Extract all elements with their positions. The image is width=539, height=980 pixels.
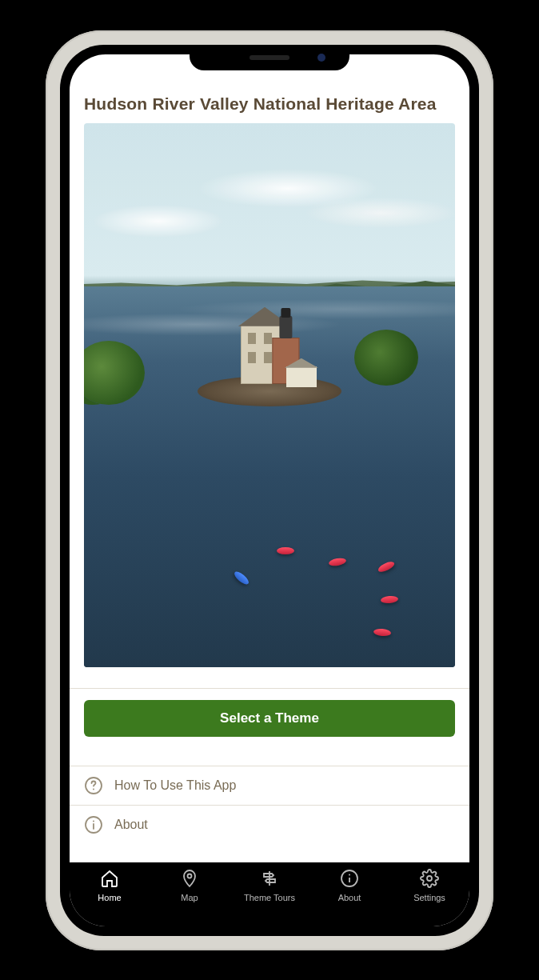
phone-notch xyxy=(190,45,349,70)
how-to-use-link[interactable]: How To Use This App xyxy=(84,766,455,805)
tab-home[interactable]: Home xyxy=(70,869,150,902)
svg-point-5 xyxy=(188,874,192,878)
link-label: About xyxy=(114,818,148,832)
phone-bezel: Hudson River Valley National Heritage Ar… xyxy=(60,45,479,936)
signpost-icon xyxy=(260,869,279,890)
svg-point-1 xyxy=(93,788,94,790)
tab-settings[interactable]: Settings xyxy=(389,869,469,902)
tab-about[interactable]: About xyxy=(309,869,389,902)
tab-label: Map xyxy=(181,893,198,902)
tab-bar: Home Map xyxy=(70,862,469,926)
about-link[interactable]: About xyxy=(84,806,455,844)
home-icon xyxy=(100,869,119,890)
main-content: Hudson River Valley National Heritage Ar… xyxy=(70,54,469,862)
app-screen: Hudson River Valley National Heritage Ar… xyxy=(70,54,469,926)
phone-frame: Hudson River Valley National Heritage Ar… xyxy=(46,30,493,950)
svg-point-4 xyxy=(93,820,94,822)
tab-label: Home xyxy=(98,893,121,902)
page-title: Hudson River Valley National Heritage Ar… xyxy=(84,94,455,114)
svg-point-9 xyxy=(349,874,350,875)
gear-icon xyxy=(420,869,439,890)
link-label: How To Use This App xyxy=(114,778,236,793)
tab-label: About xyxy=(338,893,361,902)
tab-map[interactable]: Map xyxy=(150,869,230,902)
svg-point-10 xyxy=(427,876,432,881)
info-circle-icon xyxy=(340,869,359,890)
tab-label: Theme Tours xyxy=(244,893,295,902)
map-pin-icon xyxy=(180,869,199,890)
tab-theme-tours[interactable]: Theme Tours xyxy=(230,869,309,902)
question-circle-icon xyxy=(84,776,103,795)
select-theme-button[interactable]: Select a Theme xyxy=(84,700,455,737)
info-circle-icon xyxy=(84,815,103,834)
tab-label: Settings xyxy=(413,893,445,902)
divider xyxy=(70,688,469,689)
hero-image xyxy=(84,123,455,667)
